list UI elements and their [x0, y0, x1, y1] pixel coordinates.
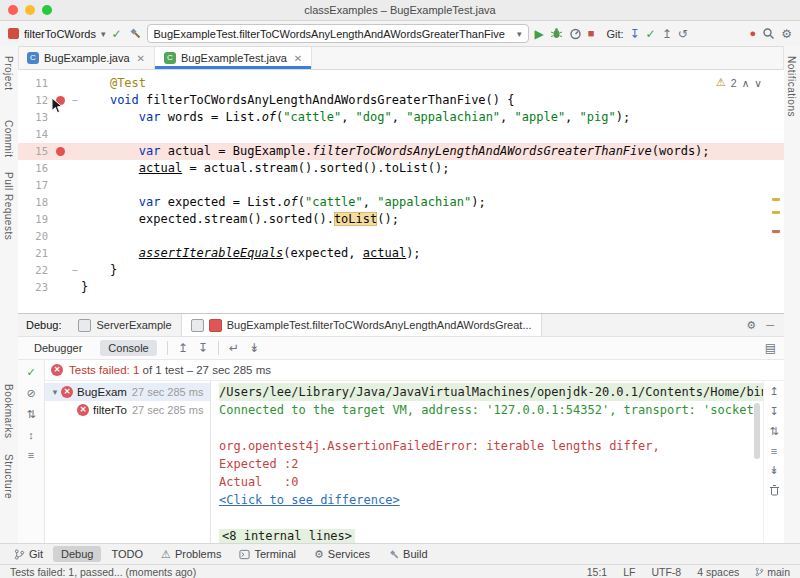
stripe-structure[interactable]: Structure: [3, 454, 14, 499]
up-stack-icon[interactable]: ↥: [769, 385, 778, 398]
test-tree-row[interactable]: ✕filterTo27 sec 285 ms: [45, 401, 210, 419]
code-line[interactable]: 11 @Test: [18, 75, 784, 92]
layout-settings-icon[interactable]: ▤: [765, 342, 776, 354]
record-icon[interactable]: ●: [750, 28, 757, 39]
code-line[interactable]: 12− void filterToCWordsAnyLengthAndAWord…: [18, 92, 784, 109]
sort-icon[interactable]: ⇅: [769, 425, 778, 438]
code-line[interactable]: 17: [18, 177, 784, 194]
run-configuration-combo[interactable]: BugExampleTest.filterToCWordsAnyLengthAn…: [147, 24, 529, 43]
tab-bugexampletest[interactable]: C BugExampleTest.java ✕: [155, 47, 312, 69]
prev-warning-icon[interactable]: ∧: [742, 77, 750, 89]
line-ending[interactable]: LF: [623, 566, 635, 578]
code-line[interactable]: 15 var actual = BugExample.filterToCWord…: [18, 143, 784, 160]
toolwindow-debug[interactable]: Debug: [53, 546, 101, 562]
services-gear-icon: ⚙: [314, 548, 324, 561]
toolwindow-problems[interactable]: ⚠ Problems: [153, 546, 229, 563]
toolwindow-terminal[interactable]: Terminal: [231, 546, 304, 562]
caret-position[interactable]: 15:1: [587, 566, 607, 578]
console-scrollbar[interactable]: [754, 403, 760, 459]
clear-console-icon[interactable]: [769, 484, 780, 496]
show-ignored-icon[interactable]: ⊘: [26, 387, 35, 400]
zoom-window-button[interactable]: [42, 5, 52, 15]
debug-title: Debug:: [26, 319, 61, 331]
build-hammer-icon: [388, 549, 399, 560]
close-window-button[interactable]: [8, 5, 18, 15]
scroll-to-end-icon[interactable]: ↡: [249, 342, 259, 354]
toolwindow-services[interactable]: ⚙ Services: [306, 546, 378, 563]
left-run-widget[interactable]: filterToCWords ▾: [8, 28, 105, 40]
code-line[interactable]: 18 var expected = List.of("cattle", "app…: [18, 194, 784, 211]
down-stack-icon[interactable]: ↧: [769, 405, 778, 418]
stripe-bookmarks[interactable]: Bookmarks: [3, 384, 14, 439]
build-hammer-icon[interactable]: [128, 27, 141, 40]
search-icon[interactable]: [762, 27, 775, 40]
code-editor[interactable]: 11 @Test12− void filterToCWordsAnyLength…: [18, 70, 784, 313]
code-lines: 11 @Test12− void filterToCWordsAnyLength…: [18, 75, 784, 296]
git-push-icon[interactable]: ↥: [662, 28, 672, 40]
code-line[interactable]: 13 var words = List.of("cattle", "dog", …: [18, 109, 784, 126]
git-label: Git:: [606, 28, 623, 40]
code-line[interactable]: 23}: [18, 279, 784, 296]
test-tree[interactable]: ▾✕BugExam27 sec 285 ms✕filterTo27 sec 28…: [45, 381, 211, 546]
code-line[interactable]: 21 assertIterableEquals(expected, actual…: [18, 245, 784, 262]
warning-stripe-mark[interactable]: [772, 211, 780, 214]
console-line: org.opentest4j.AssertionFailedError: ite…: [219, 437, 763, 455]
inspection-ok-icon[interactable]: ✓: [111, 28, 121, 40]
profiler-button[interactable]: [569, 27, 582, 40]
close-icon[interactable]: ✕: [137, 53, 145, 64]
toolwindow-label: Debug: [61, 548, 93, 560]
code-line[interactable]: 14: [18, 126, 784, 143]
console-pane[interactable]: /Users/lee/Library/Java/JavaVirtualMachi…: [211, 381, 763, 546]
stripe-pull-requests[interactable]: Pull Requests: [3, 172, 14, 240]
status-bar: Tests failed: 1, passed... (moments ago)…: [0, 564, 800, 578]
test-options-icon[interactable]: ≡: [28, 449, 34, 461]
tab-bugexample[interactable]: C BugExample.java ✕: [18, 47, 155, 69]
sort-by-duration-icon[interactable]: ↕: [28, 429, 34, 441]
code-line[interactable]: 20: [18, 228, 784, 245]
debug-button[interactable]: [550, 27, 563, 40]
file-encoding[interactable]: UTF-8: [651, 566, 681, 578]
git-update-icon[interactable]: ↧: [630, 28, 640, 40]
show-passed-icon[interactable]: ✓: [26, 366, 35, 379]
console-link-line[interactable]: <Click to see difference>: [219, 491, 763, 509]
debug-tab-bugexampletest[interactable]: BugExampleTest.filterToCWordsAnyLengthAn…: [181, 314, 542, 336]
stripe-notifications[interactable]: Notifications: [786, 56, 797, 117]
sort-alphabetically-icon[interactable]: ⇅: [26, 408, 35, 421]
scroll-down-icon[interactable]: ↡: [769, 464, 778, 477]
list-icon[interactable]: ≡: [771, 445, 777, 457]
git-commit-icon[interactable]: ✓: [646, 28, 656, 40]
git-branch-widget[interactable]: main: [755, 566, 790, 578]
next-occurrence-icon[interactable]: ↧: [198, 342, 208, 354]
inspection-widget[interactable]: ⚠ 2 ∧ ∨: [716, 76, 762, 89]
code-line[interactable]: 19 expected.stream().sorted().toList();: [18, 211, 784, 228]
git-history-icon[interactable]: ↺: [678, 28, 688, 40]
run-button[interactable]: ▶: [535, 28, 544, 40]
toolwindow-todo[interactable]: TODO: [103, 546, 151, 562]
warning-stripe-mark[interactable]: [772, 198, 780, 201]
tab-debugger[interactable]: Debugger: [26, 340, 90, 356]
breakpoint-icon[interactable]: [56, 147, 65, 156]
stop-button[interactable]: ■: [588, 28, 595, 39]
next-warning-icon[interactable]: ∨: [754, 77, 762, 89]
status-message[interactable]: Tests failed: 1, passed... (moments ago): [10, 566, 571, 578]
soft-wrap-icon[interactable]: ↵: [229, 342, 239, 354]
stripe-commit[interactable]: Commit: [3, 120, 14, 157]
minimize-window-button[interactable]: [25, 5, 35, 15]
stripe-project[interactable]: Project: [3, 56, 14, 91]
close-icon[interactable]: ✕: [294, 53, 302, 64]
code-line[interactable]: 22− }: [18, 262, 784, 279]
code-line[interactable]: 16 actual = actual.stream().sorted().toL…: [18, 160, 784, 177]
test-tree-row[interactable]: ▾✕BugExam27 sec 285 ms: [45, 383, 210, 401]
settings-gear-icon[interactable]: ⚙: [746, 319, 756, 332]
hide-panel-icon[interactable]: ─: [766, 319, 774, 331]
prev-occurrence-icon[interactable]: ↥: [178, 342, 188, 354]
settings-gear-icon[interactable]: ⚙: [781, 28, 792, 40]
toolwindow-build[interactable]: Build: [380, 546, 435, 562]
toolwindow-git[interactable]: Git: [6, 546, 51, 562]
tests-summary-text: of 1 test – 27 sec 285 ms: [139, 364, 271, 376]
debug-tab-serverexample[interactable]: ServerExample: [69, 314, 180, 336]
error-stripe-mark[interactable]: [772, 230, 780, 233]
indent-setting[interactable]: 4 spaces: [697, 566, 739, 578]
console-lines: /Users/lee/Library/Java/JavaVirtualMachi…: [211, 381, 763, 545]
tab-console[interactable]: Console: [100, 340, 156, 356]
